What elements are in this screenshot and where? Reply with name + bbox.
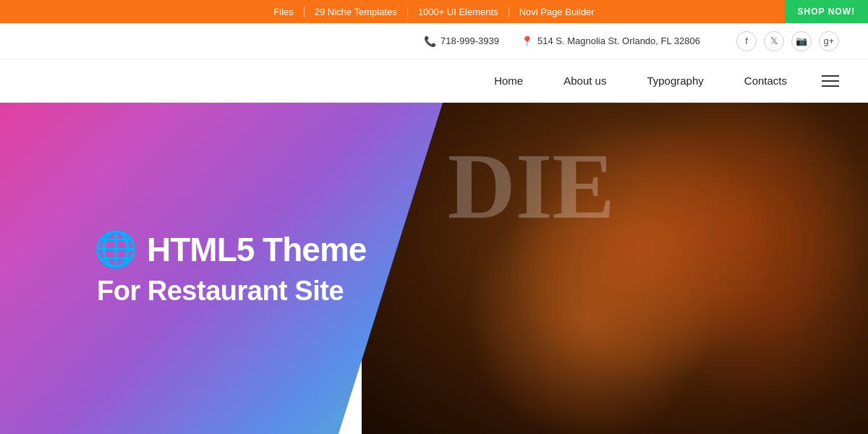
food-background [362, 103, 868, 434]
phone-number: 718-999-3939 [441, 35, 499, 46]
hero-food-image [362, 103, 868, 434]
address-contact: 📍 514 S. Magnolia St. Orlando, FL 32806 [521, 35, 700, 47]
social-icons-group: f 𝕏 📷 g+ [736, 31, 839, 51]
globe-icon: 🌐 [94, 231, 137, 269]
shop-now-button[interactable]: SHOP NOW! [785, 0, 868, 23]
location-icon: 📍 [521, 35, 533, 47]
promo-files[interactable]: Files [263, 7, 304, 17]
promo-page-builder[interactable]: Novi Page Builder [509, 7, 605, 17]
instagram-icon[interactable]: 📷 [791, 31, 812, 51]
hamburger-line [822, 80, 839, 82]
hero-text-block: 🌐 HTML5 Theme For Restaurant Site [94, 231, 366, 307]
promo-ui-elements[interactable]: 1000+ UI Elements [408, 7, 509, 17]
hero-title-sub: For Restaurant Site [97, 276, 366, 307]
facebook-icon[interactable]: f [736, 31, 757, 51]
promo-templates[interactable]: 29 Niche Templates [305, 7, 408, 17]
navigation: Home About us Typography Contacts [0, 59, 868, 103]
promo-bar: Files 29 Niche Templates 1000+ UI Elemen… [0, 0, 868, 23]
phone-icon: 📞 [424, 35, 436, 47]
address-text: 514 S. Magnolia St. Orlando, FL 32806 [537, 35, 700, 46]
nav-item-contacts[interactable]: Contacts [724, 59, 807, 103]
googleplus-icon[interactable]: g+ [819, 31, 839, 51]
nav-item-home[interactable]: Home [474, 59, 543, 103]
phone-contact: 📞 718-999-3939 [424, 35, 499, 47]
hamburger-line [822, 75, 839, 77]
nav-item-typography[interactable]: Typography [626, 59, 723, 103]
header: 📞 718-999-3939 📍 514 S. Magnolia St. Orl… [0, 23, 868, 59]
hamburger-line [822, 85, 839, 87]
twitter-icon[interactable]: 𝕏 [764, 31, 784, 51]
main-content: DIE 🌐 HTML5 Theme For Restaurant Site [0, 103, 868, 434]
hero-title-main: HTML5 Theme [147, 231, 366, 268]
nav-item-about[interactable]: About us [543, 59, 626, 103]
hamburger-menu[interactable] [822, 75, 839, 87]
